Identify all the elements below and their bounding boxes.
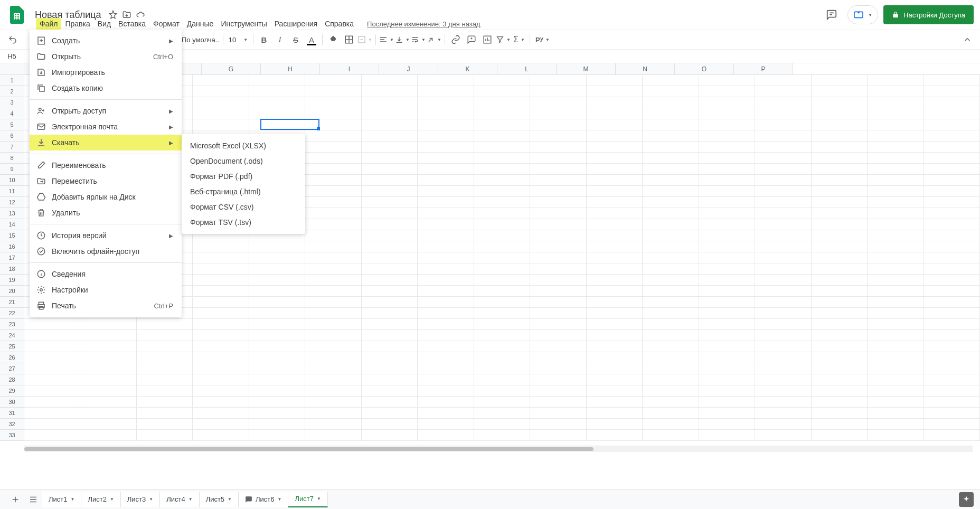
file-menu-item[interactable]: Открыть доступ▶ (30, 103, 182, 119)
sheet-tab[interactable]: Лист2▼ (81, 492, 120, 507)
row-header[interactable]: 24 (0, 330, 24, 341)
row-header[interactable]: 14 (0, 219, 24, 230)
file-menu-item[interactable]: Включить офлайн-доступ (30, 243, 182, 259)
sheet-tab[interactable]: Лист1▼ (42, 492, 81, 507)
row-header[interactable]: 3 (0, 97, 24, 108)
file-menu-item[interactable]: Создать копию (30, 80, 182, 96)
vertical-align-button[interactable]: ▼ (395, 32, 410, 47)
download-format-item[interactable]: OpenDocument (.ods) (182, 153, 305, 168)
file-menu-item[interactable]: Импортировать (30, 64, 182, 80)
undo-button[interactable] (5, 32, 20, 47)
menu-item-правка[interactable]: Правка (61, 18, 93, 30)
insert-link-button[interactable] (448, 32, 463, 47)
row-header[interactable]: 30 (0, 397, 24, 408)
italic-button[interactable]: I (272, 32, 287, 47)
column-header[interactable]: L (497, 63, 557, 74)
collapse-toolbar-button[interactable] (960, 32, 975, 47)
last-edit-link[interactable]: Последнее изменение: 3 дня назад (367, 20, 480, 28)
horizontal-align-button[interactable]: ▼ (379, 32, 394, 47)
download-format-item[interactable]: Microsoft Excel (XLSX) (182, 138, 305, 153)
sheet-tab[interactable]: Лист5▼ (200, 492, 239, 507)
row-header[interactable]: 25 (0, 341, 24, 352)
share-button[interactable]: Настройки Доступа (883, 5, 974, 24)
sheet-tab[interactable]: Лист4▼ (160, 492, 199, 507)
file-menu-item[interactable]: Электронная почта▶ (30, 119, 182, 135)
file-menu-item[interactable]: Добавить ярлык на Диск (30, 189, 182, 205)
menu-item-файл[interactable]: Файл (36, 18, 61, 30)
menu-item-вид[interactable]: Вид (94, 18, 115, 30)
file-menu-item[interactable]: Переместить (30, 173, 182, 189)
row-header[interactable]: 9 (0, 164, 24, 175)
select-all-corner[interactable] (0, 63, 24, 75)
download-format-item[interactable]: Веб-страница (.html) (182, 184, 305, 199)
file-menu-item[interactable]: История версий▶ (30, 228, 182, 243)
scrollbar-thumb[interactable] (24, 447, 593, 451)
row-header[interactable]: 6 (0, 130, 24, 142)
horizontal-scrollbar[interactable] (24, 446, 973, 452)
row-header[interactable]: 18 (0, 263, 24, 275)
sheet-tab[interactable]: Лист6▼ (239, 492, 288, 507)
functions-button[interactable]: Σ▼ (512, 32, 526, 47)
column-header[interactable]: P (734, 63, 793, 74)
insert-comment-button[interactable] (464, 32, 479, 47)
file-menu-item[interactable]: Настройки (30, 282, 182, 298)
comments-icon[interactable] (821, 4, 842, 25)
column-header[interactable]: G (202, 63, 261, 74)
file-menu-item[interactable]: ОткрытьCtrl+O (30, 49, 182, 64)
row-header[interactable]: 19 (0, 275, 24, 286)
present-button[interactable]: ▼ (847, 5, 878, 24)
text-rotation-button[interactable]: ▼ (427, 32, 441, 47)
bold-button[interactable]: B (257, 32, 271, 47)
menu-item-вставка[interactable]: Вставка (115, 18, 149, 30)
row-header[interactable]: 28 (0, 374, 24, 385)
row-header[interactable]: 33 (0, 430, 24, 441)
download-format-item[interactable]: Формат CSV (.csv) (182, 199, 305, 214)
column-header[interactable]: M (557, 63, 616, 74)
column-header[interactable]: J (379, 63, 438, 74)
row-header[interactable]: 29 (0, 385, 24, 397)
row-header[interactable]: 13 (0, 208, 24, 219)
row-header[interactable]: 8 (0, 153, 24, 164)
row-header[interactable]: 2 (0, 86, 24, 97)
row-header[interactable]: 17 (0, 252, 24, 263)
row-header[interactable]: 10 (0, 175, 24, 186)
row-header[interactable]: 32 (0, 419, 24, 430)
insert-chart-button[interactable] (480, 32, 495, 47)
file-menu-item[interactable]: Сведения (30, 266, 182, 282)
menu-item-данные[interactable]: Данные (183, 18, 218, 30)
file-menu-item[interactable]: Скачать▶ (30, 135, 182, 150)
file-menu-item[interactable]: Создать▶ (30, 33, 182, 49)
row-header[interactable]: 1 (0, 75, 24, 86)
column-header[interactable]: K (438, 63, 497, 74)
borders-button[interactable] (342, 32, 356, 47)
column-header[interactable]: H (261, 63, 320, 74)
filter-button[interactable]: ▼ (496, 32, 511, 47)
column-header[interactable]: O (675, 63, 734, 74)
row-header[interactable]: 12 (0, 197, 24, 208)
strikethrough-button[interactable]: S (288, 32, 303, 47)
text-wrap-button[interactable]: ▼ (411, 32, 426, 47)
row-header[interactable]: 4 (0, 108, 24, 119)
menu-item-инструменты[interactable]: Инструменты (217, 18, 270, 30)
menu-item-расширения[interactable]: Расширения (271, 18, 321, 30)
addon-button[interactable]: РУ▼ (533, 32, 552, 47)
row-header[interactable]: 16 (0, 241, 24, 252)
column-header[interactable]: I (320, 63, 379, 74)
row-header[interactable]: 15 (0, 230, 24, 241)
column-header[interactable]: N (616, 63, 675, 74)
file-menu-item[interactable]: Переименовать (30, 157, 182, 173)
row-header[interactable]: 21 (0, 297, 24, 308)
explore-button[interactable] (959, 492, 974, 507)
name-box[interactable]: H5 (0, 50, 24, 63)
row-header[interactable]: 31 (0, 408, 24, 419)
row-header[interactable]: 11 (0, 186, 24, 197)
download-format-item[interactable]: Формат PDF (.pdf) (182, 168, 305, 184)
sheet-tab[interactable]: Лист3▼ (121, 492, 160, 507)
font-family-select[interactable]: По умолча...▼ (180, 34, 220, 45)
file-menu-item[interactable]: Удалить (30, 205, 182, 221)
add-sheet-button[interactable] (6, 492, 24, 507)
font-size-select[interactable]: 10▼ (227, 36, 250, 44)
sheet-tab[interactable]: Лист7▼ (288, 492, 327, 507)
row-header[interactable]: 22 (0, 308, 24, 319)
text-color-button[interactable]: A (304, 32, 319, 47)
